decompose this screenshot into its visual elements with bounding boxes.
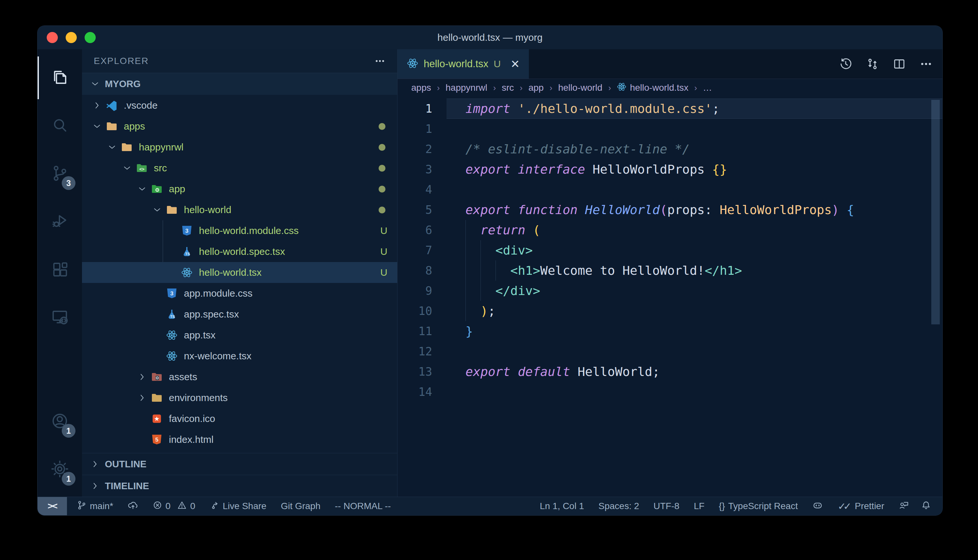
breadcrumb-item-file[interactable]: hello-world.tsx <box>617 82 688 94</box>
tree-item-environments[interactable]: environments <box>82 387 397 408</box>
tree-item-app.tsx[interactable]: app.tsx <box>82 325 397 346</box>
tree-item-app[interactable]: app <box>82 178 397 199</box>
line-number: 4 <box>398 180 446 200</box>
vim-mode-indicator[interactable]: -- NORMAL -- <box>335 501 391 512</box>
chevron-down-icon <box>120 163 134 173</box>
explorer-header: EXPLORER <box>82 49 397 73</box>
tree-item-happynrwl[interactable]: happynrwl <box>82 137 397 158</box>
remote-indicator[interactable]: >< <box>38 497 67 515</box>
cursor-position[interactable]: Ln 1, Col 1 <box>540 501 584 512</box>
react-icon <box>164 350 180 362</box>
file-label: assets <box>169 372 197 382</box>
file-label: apps <box>124 121 145 132</box>
zoom-window-button[interactable] <box>85 32 96 43</box>
activity-accounts-button[interactable]: 1 <box>38 397 82 445</box>
line-number: 8 <box>398 260 446 281</box>
tree-item-hello-world.tsx[interactable]: hello-world.tsxU <box>82 262 397 283</box>
code-line-4: 3export interface HelloWorldProps {} <box>398 159 942 180</box>
search-icon <box>51 117 69 135</box>
tree-item-apps[interactable]: apps <box>82 116 397 137</box>
tab-hello-world-tsx[interactable]: hello-world.tsx U ✕ <box>398 49 529 78</box>
notifications-button[interactable] <box>921 500 931 513</box>
svg-text:3: 3 <box>185 227 189 234</box>
encoding-status[interactable]: UTF-8 <box>654 501 679 512</box>
tree-item-favicon.ico[interactable]: ★favicon.ico <box>82 408 397 429</box>
sync-changes-button[interactable] <box>128 500 138 513</box>
chevron-right-icon <box>90 101 104 110</box>
folder-icon <box>104 120 120 132</box>
activity-run-debug-button[interactable] <box>38 198 82 246</box>
close-window-button[interactable] <box>47 32 58 43</box>
activity-badge: 1 <box>62 472 75 486</box>
tree-item-nx-welcome.tsx[interactable]: nx-welcome.tsx <box>82 346 397 367</box>
tree-item-app.module.css[interactable]: 3app.module.css <box>82 283 397 304</box>
git-branch-status[interactable]: main* <box>77 500 113 512</box>
outline-panel-header[interactable]: OUTLINE <box>82 453 397 475</box>
git-branch-icon <box>77 500 87 512</box>
file-label: src <box>154 163 167 173</box>
tree-item-.vscode[interactable]: .vscode <box>82 95 397 116</box>
more-actions-icon[interactable] <box>919 57 933 70</box>
file-label: app.module.css <box>184 288 252 299</box>
file-label: index.html <box>169 434 214 445</box>
breadcrumb-item[interactable]: src <box>502 83 514 93</box>
live-share-button[interactable]: Live Share <box>210 500 267 512</box>
timeline-panel-header[interactable]: TIMELINE <box>82 475 397 497</box>
activity-remote-explorer-button[interactable] <box>38 294 82 342</box>
chevron-down-icon <box>105 143 119 152</box>
split-editor-icon[interactable] <box>893 57 906 70</box>
chevron-down-icon <box>150 205 164 214</box>
traffic-lights <box>47 32 96 43</box>
open-changes-icon[interactable] <box>866 57 879 70</box>
code-editor[interactable]: 1import './hello-world.module.css';12/* … <box>398 97 942 497</box>
minimize-window-button[interactable] <box>66 32 77 43</box>
local-history-icon[interactable] <box>839 57 852 70</box>
breadcrumb-item[interactable]: app <box>528 83 544 93</box>
file-label: hello-world <box>184 204 231 215</box>
vscode-icon <box>104 100 120 111</box>
activity-badge: 1 <box>62 424 75 438</box>
language-mode[interactable]: {} TypeScript React <box>719 501 798 512</box>
tree-item-app.spec.tsx[interactable]: TSapp.spec.tsx <box>82 304 397 325</box>
workspace-section-myorg[interactable]: MYORG <box>82 73 397 95</box>
tab-untracked-badge: U <box>493 58 501 70</box>
breadcrumb-separator: › <box>437 83 440 93</box>
css-icon: 3 <box>164 288 180 299</box>
react-icon <box>179 267 195 278</box>
indentation-status[interactable]: Spaces: 2 <box>599 501 639 512</box>
problems-status[interactable]: 0 0 <box>152 500 196 512</box>
folder-env-icon <box>149 392 165 404</box>
activity-source-control-button[interactable]: 3 <box>38 150 82 198</box>
activity-explorer-button[interactable] <box>38 54 82 102</box>
activity-search-button[interactable] <box>38 102 82 150</box>
untracked-badge: U <box>380 267 388 278</box>
tree-item-hello-world.module.css[interactable]: 3hello-world.module.cssU <box>82 220 397 241</box>
prettier-status[interactable]: ✓✓ Prettier <box>838 501 884 512</box>
tree-item-src[interactable]: <>src <box>82 158 397 178</box>
feedback-button[interactable] <box>899 500 909 513</box>
title-bar: hello-world.tsx — myorg <box>38 26 942 49</box>
file-label: nx-welcome.tsx <box>184 350 251 362</box>
eol-status[interactable]: LF <box>694 501 705 512</box>
folder-icon <box>164 204 180 216</box>
tab-close-icon[interactable]: ✕ <box>511 58 520 70</box>
activity-settings-button[interactable]: 1 <box>38 445 82 493</box>
breadcrumb-item[interactable]: apps <box>411 83 431 93</box>
code-line-6: 5export function HelloWorld(props: Hello… <box>398 200 942 220</box>
activity-extensions-button[interactable] <box>38 246 82 294</box>
breadcrumb-item-symbol[interactable]: … <box>703 83 712 93</box>
explorer-more-actions-icon[interactable] <box>374 55 385 67</box>
activity-more-views-button[interactable]: undefined <box>38 342 82 390</box>
git-graph-button[interactable]: Git Graph <box>281 501 321 512</box>
copilot-status[interactable] <box>812 500 823 513</box>
vscode-window: hello-world.tsx — myorg 3undefined11 EXP… <box>37 25 943 516</box>
tree-item-assets[interactable]: assets <box>82 367 397 387</box>
breadcrumb-item[interactable]: happynrwl <box>446 83 487 93</box>
tree-item-hello-world[interactable]: hello-world <box>82 199 397 220</box>
tree-item-hello-world.spec.tsx[interactable]: TShello-world.spec.tsxU <box>82 241 397 262</box>
code-line-7: 6 return ( <box>398 220 942 240</box>
copilot-icon <box>812 500 823 513</box>
breadcrumb-item[interactable]: hello-world <box>558 83 602 93</box>
react-icon <box>617 82 627 94</box>
tree-item-index.html[interactable]: 5index.html <box>82 429 397 450</box>
